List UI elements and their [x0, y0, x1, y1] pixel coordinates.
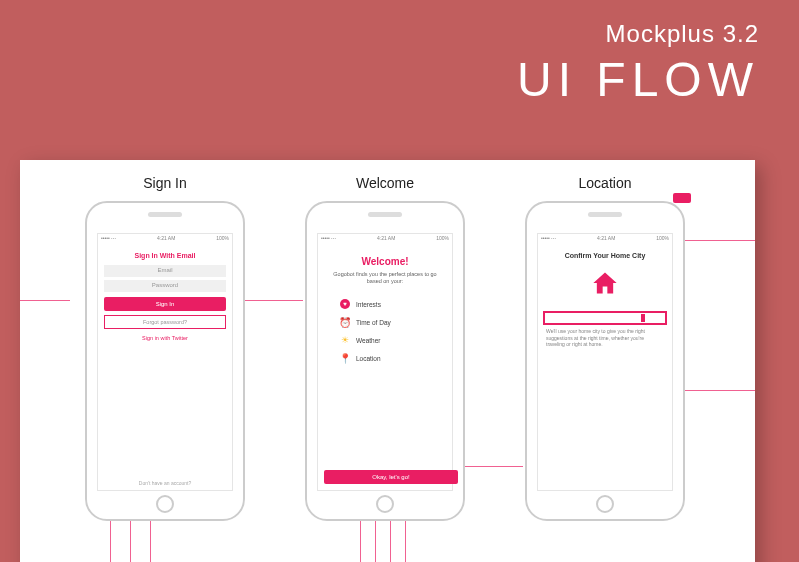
feature-label: Time of Day [356, 319, 391, 326]
header: Mockplus 3.2 UI FLOW [517, 20, 759, 107]
feature-location: 📍 Location [324, 353, 446, 363]
flow-canvas: Sign In ••••• ⋯ 4:21 AM 100% Sign In Wit… [20, 160, 755, 562]
page-title: UI FLOW [517, 52, 759, 107]
pin-icon: 📍 [340, 353, 350, 363]
email-field[interactable]: Email [104, 265, 226, 277]
feature-label: Interests [356, 301, 381, 308]
signin-heading: Sign In With Email [135, 252, 196, 259]
welcome-desc: Gogobot finds you the perfect places to … [330, 271, 440, 285]
flow-arrow [20, 300, 70, 301]
heart-icon: ♥ [340, 299, 350, 309]
status-right: 100% [216, 235, 229, 242]
flow-arrow [110, 520, 111, 562]
feature-time: ⏰ Time of Day [324, 317, 446, 327]
sun-icon: ☀ [340, 335, 350, 345]
phone-frame: ••••• ⋯ 4:21 AM 100% Sign In With Email … [85, 201, 245, 521]
screen: ••••• ⋯ 4:21 AM 100% Sign In With Email … [97, 233, 233, 491]
city-input[interactable] [544, 312, 666, 324]
brand-label: Mockplus 3.2 [517, 20, 759, 48]
feature-weather: ☀ Weather [324, 335, 446, 345]
annotation-icon [673, 193, 691, 203]
next-button[interactable]: Okay, let's go! [324, 470, 458, 484]
feature-interests: ♥ Interests [324, 299, 446, 309]
marker-icon [641, 314, 645, 322]
status-time: 4:21 AM [157, 235, 175, 242]
status-time: 4:21 AM [597, 235, 615, 242]
home-button-icon [596, 495, 614, 513]
status-bar: ••••• ⋯ 4:21 AM 100% [98, 234, 232, 242]
flow-arrow [150, 520, 151, 562]
location-heading: Confirm Your Home City [565, 252, 646, 259]
screen: ••••• ⋯ 4:21 AM 100% Confirm Your Home C… [537, 233, 673, 491]
home-icon [591, 269, 619, 304]
screen: ••••• ⋯ 4:21 AM 100% Welcome! Gogobot fi… [317, 233, 453, 491]
status-time: 4:21 AM [377, 235, 395, 242]
home-button-icon [156, 495, 174, 513]
signin-button[interactable]: Sign In [104, 297, 226, 311]
feature-label: Weather [356, 337, 380, 344]
caption-welcome: Welcome [295, 175, 475, 191]
password-field[interactable]: Password [104, 280, 226, 292]
flow-arrow [130, 520, 131, 562]
location-desc: We'll use your home city to give you the… [544, 328, 666, 348]
welcome-heading: Welcome! [361, 256, 408, 267]
forgot-password-link[interactable]: Forgot password? [104, 315, 226, 329]
screen-welcome: Welcome ••••• ⋯ 4:21 AM 100% Welcome! Go… [295, 175, 475, 521]
caption-location: Location [515, 175, 695, 191]
status-right: 100% [656, 235, 669, 242]
phone-frame: ••••• ⋯ 4:21 AM 100% Confirm Your Home C… [525, 201, 685, 521]
flow-arrow [360, 520, 361, 562]
caption-signin: Sign In [75, 175, 255, 191]
status-right: 100% [436, 235, 449, 242]
signup-footer[interactable]: Don't have an account? [98, 480, 232, 486]
status-left: ••••• ⋯ [101, 235, 116, 242]
screen-location: Location ••••• ⋯ 4:21 AM 100% Confirm Yo… [515, 175, 695, 521]
feature-label: Location [356, 355, 381, 362]
status-bar: ••••• ⋯ 4:21 AM 100% [318, 234, 452, 242]
status-left: ••••• ⋯ [541, 235, 556, 242]
phone-frame: ••••• ⋯ 4:21 AM 100% Welcome! Gogobot fi… [305, 201, 465, 521]
home-button-icon [376, 495, 394, 513]
clock-icon: ⏰ [340, 317, 350, 327]
flow-arrow [405, 520, 406, 562]
screen-signin: Sign In ••••• ⋯ 4:21 AM 100% Sign In Wit… [75, 175, 255, 521]
flow-arrow [390, 520, 391, 562]
status-bar: ••••• ⋯ 4:21 AM 100% [538, 234, 672, 242]
flow-arrow [375, 520, 376, 562]
status-left: ••••• ⋯ [321, 235, 336, 242]
twitter-signin-link[interactable]: Sign in with Twitter [142, 335, 188, 341]
